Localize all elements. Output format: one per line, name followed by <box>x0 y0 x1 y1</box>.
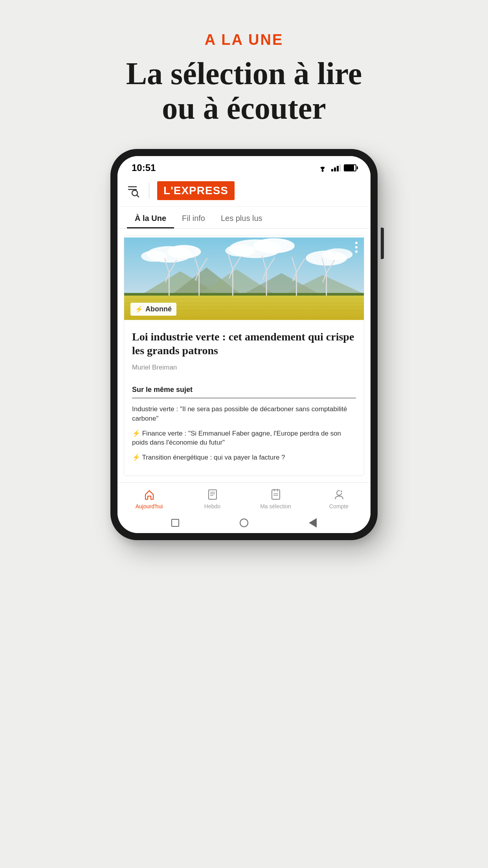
status-bar: 10:51 <box>117 156 371 177</box>
lexpress-logo[interactable]: L'EXPRESS <box>157 181 235 200</box>
nav-label-compte: Compte <box>329 503 349 509</box>
related-item-1[interactable]: Industrie verte : "Il ne sera pas possib… <box>132 405 356 423</box>
nav-tabs: À la Une Fil info Les plus lus <box>117 207 371 229</box>
svg-line-8 <box>137 195 139 197</box>
page-wrapper: A LA UNE La sélection à lire ou à écoute… <box>0 0 488 868</box>
article-image: ⚡ Abonné <box>124 235 364 322</box>
article-content: Loi industrie verte : cet amendement qui… <box>124 322 364 386</box>
more-options-button[interactable] <box>355 242 358 253</box>
related-item-3[interactable]: ⚡ Transition énergétique : qui va payer … <box>132 453 356 462</box>
related-section-title: Sur le même sujet <box>132 386 356 398</box>
tab-fil-info[interactable]: Fil info <box>174 207 213 228</box>
phone-shell: 10:51 <box>110 149 378 540</box>
logo-text: L'EXPRESS <box>163 184 228 197</box>
svg-rect-53 <box>209 490 216 499</box>
header-divider <box>149 183 149 199</box>
svg-rect-4 <box>339 164 341 171</box>
article-author: Muriel Breiman <box>132 364 356 371</box>
article-card[interactable]: ⚡ Abonné Loi industrie verte : cet amend… <box>124 235 364 476</box>
home-icon <box>142 487 156 502</box>
android-back-button[interactable] <box>309 518 317 528</box>
svg-point-12 <box>141 251 167 262</box>
svg-point-0 <box>322 170 324 172</box>
svg-point-11 <box>167 245 201 258</box>
bottom-nav: Aujourd'hui Hebdo <box>117 482 371 513</box>
signal-icon <box>331 164 341 171</box>
more-dot <box>355 246 358 248</box>
selection-icon <box>269 487 283 502</box>
nav-label-aujourd-hui: Aujourd'hui <box>136 503 163 509</box>
badge-bolt-icon: ⚡ <box>135 305 143 313</box>
phone-screen: 10:51 <box>117 156 371 533</box>
battery-icon <box>344 164 356 171</box>
hebdo-icon <box>205 487 220 502</box>
status-icons <box>317 164 356 172</box>
menu-search-icon <box>127 184 141 198</box>
app-header: L'EXPRESS <box>117 177 371 207</box>
nav-item-ma-selection[interactable]: Ma sélection <box>244 487 307 509</box>
svg-rect-3 <box>337 166 339 171</box>
nav-item-compte[interactable]: Compte <box>307 487 371 509</box>
svg-point-14 <box>253 238 295 253</box>
android-home-button[interactable] <box>240 519 248 527</box>
svg-point-15 <box>225 245 255 257</box>
nav-label-hebdo: Hebdo <box>204 503 220 509</box>
article-title[interactable]: Loi industrie verte : cet amendement qui… <box>132 330 356 357</box>
android-nav <box>117 513 371 533</box>
svg-rect-57 <box>272 490 280 499</box>
page-title: La sélection à lire ou à écouter <box>126 56 362 125</box>
tab-a-la-une[interactable]: À la Une <box>127 207 174 228</box>
svg-rect-1 <box>331 169 333 171</box>
menu-search-button[interactable] <box>127 184 141 198</box>
badge-label: Abonné <box>145 305 172 313</box>
nav-label-ma-selection: Ma sélection <box>260 503 291 509</box>
subscriber-badge: ⚡ Abonné <box>130 303 176 316</box>
account-icon <box>332 487 346 502</box>
more-dot <box>355 242 358 244</box>
section-label: A LA UNE <box>126 31 362 48</box>
tab-les-plus-lus[interactable]: Les plus lus <box>213 207 270 228</box>
status-time: 10:51 <box>132 162 156 173</box>
nav-item-aujourd-hui[interactable]: Aujourd'hui <box>117 487 181 509</box>
nav-item-hebdo[interactable]: Hebdo <box>181 487 244 509</box>
wifi-icon <box>317 164 328 172</box>
svg-rect-2 <box>334 167 336 171</box>
android-square-button[interactable] <box>171 519 179 527</box>
related-section: Sur le même sujet Industrie verte : "Il … <box>124 386 364 476</box>
svg-point-17 <box>323 248 352 261</box>
related-item-2[interactable]: ⚡ Finance verte : "Si Emmanuel Faber gag… <box>132 429 356 448</box>
header-section: A LA UNE La sélection à lire ou à écoute… <box>126 31 362 125</box>
more-dot <box>355 250 358 253</box>
